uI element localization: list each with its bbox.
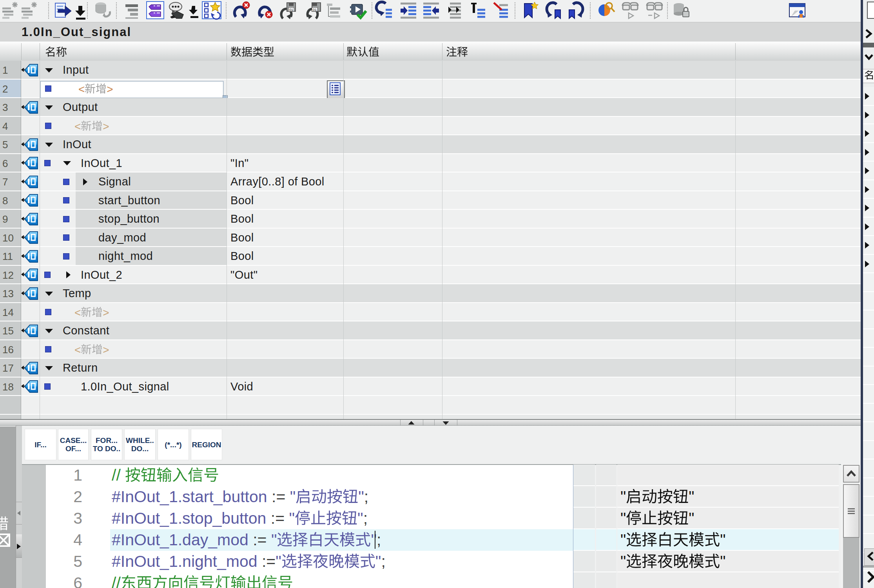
- svg-text:01: 01: [313, 8, 317, 12]
- svg-text:01: 01: [289, 8, 293, 12]
